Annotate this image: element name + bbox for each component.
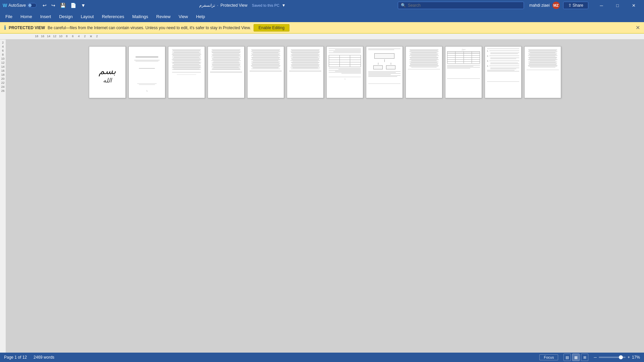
svg-text:الله: الله	[103, 77, 112, 84]
view-label: Protected View	[220, 3, 248, 8]
doc-title: تزانسفرم · Protected View Saved to this …	[87, 3, 398, 8]
menu-review[interactable]: Review	[152, 12, 175, 21]
search-input[interactable]	[408, 3, 508, 8]
menu-layout[interactable]: Layout	[77, 12, 98, 21]
user-name: mahdi ziaei	[529, 3, 550, 8]
customize-icon[interactable]: ▼	[79, 2, 87, 9]
menu-mailings[interactable]: Mailings	[128, 12, 152, 21]
zoom-level: 17%	[632, 355, 640, 360]
page-12	[524, 46, 561, 98]
menu-design[interactable]: Design	[55, 12, 76, 21]
share-button[interactable]: ⇧ Share	[563, 2, 588, 9]
print-view-icon[interactable]: ▦	[572, 354, 580, 361]
minimize-button[interactable]: ─	[594, 0, 609, 11]
page-7: ١	[326, 46, 363, 98]
page-9	[406, 46, 442, 98]
search-box[interactable]: 🔍	[398, 2, 524, 9]
protected-view-bar: ℹ PROTECTED VIEW Be careful—files from t…	[0, 22, 644, 34]
menu-references[interactable]: References	[98, 12, 128, 21]
status-right: Focus ▤ ▦ ⊞ ─ + 17%	[539, 354, 640, 361]
zoom-slider[interactable]	[599, 357, 626, 358]
menu-bar: File Home Insert Design Layout Reference…	[0, 11, 644, 22]
zoom-in-icon[interactable]: +	[628, 355, 630, 360]
vertical-ruler: 2 4 6 8 10 12 14 16 18 20 22 24 26	[0, 40, 6, 353]
search-icon: 🔍	[401, 3, 406, 8]
menu-view[interactable]: View	[174, 12, 192, 21]
page-11: 1. 2. 3.	[485, 46, 522, 98]
menu-home[interactable]: Home	[16, 12, 36, 21]
save-icon[interactable]: 💾	[59, 2, 67, 9]
redo-icon[interactable]: ↪	[50, 2, 57, 9]
save-label: Saved to this PC	[252, 3, 279, 7]
page-1: بسم الله	[89, 46, 126, 98]
close-protected-bar-button[interactable]: ✕	[636, 24, 640, 31]
window-controls: ─ □ ✕	[594, 0, 641, 11]
protected-view-message: Be careful—files from the Internet can c…	[48, 25, 251, 30]
page-8	[366, 46, 403, 98]
status-bar: Page 1 of 12 2469 words Focus ▤ ▦ ⊞ ─ + …	[0, 353, 644, 362]
info-icon: ℹ	[4, 24, 6, 31]
page-5	[247, 46, 284, 98]
document-area: بسم الله	[6, 40, 644, 353]
zoom-out-icon[interactable]: ─	[594, 355, 597, 360]
newdoc-icon[interactable]: 📄	[69, 2, 77, 9]
menu-file[interactable]: File	[1, 12, 16, 21]
word-logo: W	[3, 3, 7, 8]
user-area: mahdi ziaei MZ	[529, 2, 560, 9]
avatar: MZ	[552, 2, 560, 9]
ruler-marks: 18 16 14 12 10 8 6 4 2 ✕ 2	[34, 35, 100, 38]
web-view-icon[interactable]: ⊞	[581, 354, 588, 361]
main-area: 2 4 6 8 10 12 14 16 18 20 22 24 26 بسم ا…	[0, 40, 644, 353]
autosave-toggle[interactable]	[27, 3, 37, 8]
menu-help[interactable]: Help	[192, 12, 209, 21]
close-button[interactable]: ✕	[626, 0, 641, 11]
focus-button[interactable]: Focus	[539, 354, 558, 360]
protected-view-title: PROTECTED VIEW	[9, 25, 45, 30]
doc-name: تزانسفرم	[199, 3, 215, 8]
enable-editing-button[interactable]: Enable Editing	[254, 24, 289, 32]
page-3	[168, 46, 205, 98]
page-2: ۱	[128, 46, 165, 98]
horizontal-ruler: 18 16 14 12 10 8 6 4 2 ✕ 2	[0, 34, 644, 40]
autosave-label: AutoSave	[8, 3, 26, 8]
svg-text:بسم: بسم	[99, 66, 116, 76]
undo-icon[interactable]: ↩	[41, 2, 48, 9]
menu-insert[interactable]: Insert	[36, 12, 55, 21]
read-view-icon[interactable]: ▤	[564, 354, 571, 361]
page-4	[208, 46, 245, 98]
app-name: W AutoSave	[3, 3, 37, 8]
page-info: Page 1 of 12	[4, 355, 27, 360]
word-count: 2469 words	[34, 355, 54, 360]
title-bar: W AutoSave ↩ ↪ 💾 📄 ▼ تزانسفرم · Protecte…	[0, 0, 644, 11]
page-10: جدول	[445, 46, 482, 98]
page-6	[287, 46, 324, 98]
view-icons: ▤ ▦ ⊞	[564, 354, 588, 361]
pages-row: بسم الله	[89, 46, 561, 98]
toolbar-icons: ↩ ↪ 💾 📄 ▼	[41, 2, 87, 9]
maximize-button[interactable]: □	[610, 0, 625, 11]
zoom-area: ─ + 17%	[594, 355, 640, 360]
